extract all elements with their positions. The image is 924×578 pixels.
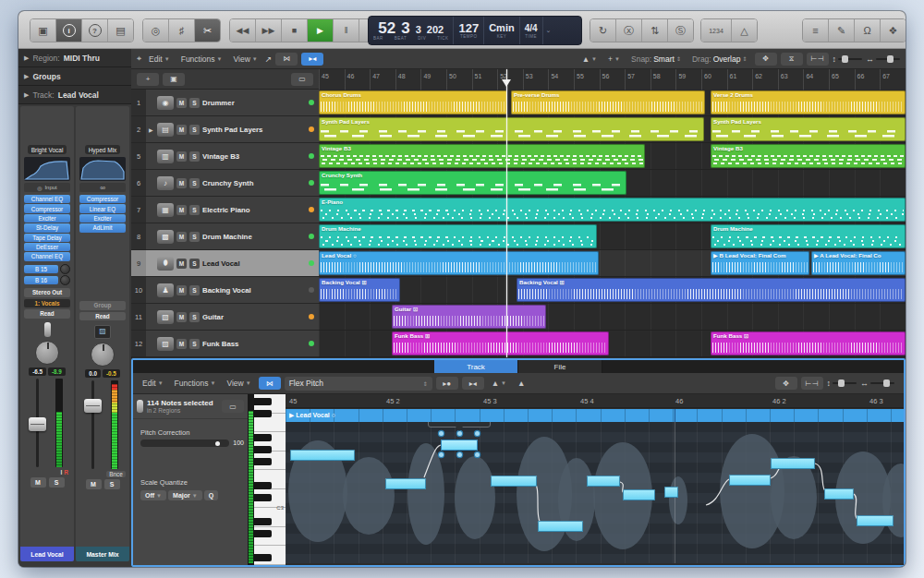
volume-value[interactable]: 0.0 [85, 369, 101, 378]
inspector-icon[interactable]: i [56, 19, 82, 42]
tab-track[interactable]: Track [434, 360, 518, 373]
volume-fader[interactable] [29, 417, 46, 431]
track-mute-button[interactable]: M [176, 125, 187, 135]
flex-note[interactable] [664, 487, 678, 498]
send-knob[interactable] [60, 275, 70, 285]
track-header-drummer[interactable]: 1◉MSDrummer [131, 90, 319, 116]
disclosure-triangle-icon[interactable]: ▶ [24, 73, 29, 80]
send-label[interactable]: B 16 [24, 276, 58, 284]
toolbox-icon[interactable]: ▤ [108, 19, 133, 42]
scale-type-dropdown[interactable]: Major▼ [168, 490, 202, 500]
input-slot[interactable]: ∞ [79, 183, 126, 192]
track-header-vintage-b3[interactable]: 5▥MSVintage B3 [131, 143, 319, 170]
stop-button[interactable]: ■ [282, 19, 308, 42]
track-solo-button[interactable]: S [189, 259, 200, 269]
track-header-guitar[interactable]: 11▧MSGuitar [131, 304, 319, 331]
region-lead-vocal-[interactable]: Lead Vocal ○ [319, 251, 599, 275]
tool-icon[interactable]: ⌖ [137, 54, 141, 64]
flex-note[interactable] [491, 476, 537, 487]
region--b-lead-vocal-final-com[interactable]: ▶ B Lead Vocal: Final Com [711, 251, 809, 275]
input-monitor-button[interactable]: I [60, 469, 62, 476]
track-mute-button[interactable]: M [176, 178, 187, 188]
track-mute-button[interactable]: M [176, 259, 187, 269]
flex-note[interactable] [538, 521, 583, 532]
black-key[interactable] [254, 434, 272, 441]
track-header-electric-piano[interactable]: 7▦MSElectric Piano [131, 197, 319, 223]
pointer-tool-menu[interactable]: ▲▼ [578, 54, 601, 64]
send-slot[interactable]: B 15 [24, 264, 70, 274]
lcd-display[interactable]: 52 3 3 202 BAR BEAT DIV TICK 127 TEMPO C… [368, 16, 582, 45]
flex-marker-button[interactable]: ▸◂ [462, 377, 484, 390]
volume-value[interactable]: -6.5 [29, 367, 46, 376]
command-tool-menu[interactable]: +▼ [604, 54, 624, 64]
pitch-correction-slider[interactable]: 100 [140, 440, 229, 447]
eq-thumbnail[interactable] [79, 157, 126, 181]
track-solo-button[interactable]: S [189, 312, 200, 322]
track-mute-button[interactable]: M [176, 98, 187, 108]
region-synth-pad-layers[interactable]: Synth Pad Layers [319, 117, 704, 141]
quantize-button[interactable]: Q [204, 490, 218, 500]
region-pre-verse-drums[interactable]: Pre-verse Drums [511, 90, 705, 114]
black-key[interactable] [254, 446, 272, 453]
eq-thumbnail[interactable] [24, 157, 70, 181]
track-solo-button[interactable]: S [189, 285, 200, 295]
track-solo-button[interactable]: S [189, 205, 200, 215]
note-pads-icon[interactable]: ✎ [829, 19, 855, 42]
arrange-view-menu[interactable]: View▼ [230, 54, 261, 64]
region-vintage-b3[interactable]: Vintage B3 [319, 144, 645, 168]
track-header-synth-pad-layers[interactable]: 2▶▤MSSynth Pad Layers [131, 116, 319, 143]
region-synth-pad-layers[interactable]: Synth Pad Layers [711, 117, 906, 141]
flex-note-selected[interactable] [441, 440, 478, 451]
autopunch-icon[interactable]: ⇅ [642, 19, 668, 42]
region-inspector-header[interactable]: ▶ Region: MIDI Thru [18, 49, 131, 67]
plugin-slot[interactable]: St-Delay [24, 223, 70, 232]
editor-view-menu[interactable]: View▼ [223, 379, 254, 388]
forward-button[interactable]: ▶▶ [256, 19, 282, 42]
plugin-slot[interactable]: Exciter [79, 214, 126, 223]
plugin-slot[interactable]: Linear EQ [79, 204, 126, 212]
plugin-slot[interactable]: Tape Delay [24, 234, 70, 242]
flex-mode-dropdown[interactable]: Flex Pitch⇕ [285, 377, 432, 391]
output-slot[interactable]: Stereo Out [24, 288, 70, 297]
black-key[interactable] [254, 410, 272, 417]
track-header-funk-bass[interactable]: 12▨MSFunk Bass [131, 331, 319, 357]
region-backing-vocal-[interactable]: Backing Vocal ⊞ [319, 278, 400, 302]
snap-menu[interactable]: Snap: Smart⇕ [627, 54, 685, 64]
track-solo-button[interactable]: S [189, 125, 200, 135]
region-funk-bass-[interactable]: Funk Bass ⊞ [392, 331, 609, 355]
editor-edit-menu[interactable]: Edit▼ [139, 379, 167, 388]
note-edit-handle[interactable] [475, 431, 480, 436]
pan-knob[interactable] [35, 341, 59, 365]
lcd-chevron-icon[interactable]: ⌄ [546, 27, 552, 34]
track-header-options-button[interactable]: ▭ [291, 73, 313, 86]
replace-icon[interactable]: ⓧ [616, 19, 642, 42]
white-key[interactable] [254, 565, 286, 566]
note-edit-handle[interactable] [457, 452, 462, 457]
disclosure-triangle-icon[interactable]: ▶ [24, 91, 29, 99]
quick-help-icon[interactable]: ? [82, 19, 108, 42]
flex-note[interactable] [385, 478, 426, 489]
pan-knob[interactable] [91, 343, 115, 367]
black-key[interactable] [254, 482, 272, 489]
track-header-lead-vocal[interactable]: 9⬮MSLead Vocal [131, 250, 319, 277]
slider-knob[interactable] [215, 441, 220, 446]
region-guitar-[interactable]: Guitar ⊡ [392, 305, 546, 329]
flex-note[interactable] [771, 458, 815, 469]
track-mute-button[interactable]: M [176, 232, 187, 242]
metronome-icon[interactable]: △ [732, 19, 757, 42]
send-label[interactable]: B 15 [24, 265, 58, 273]
strip-footer-label[interactable]: Master Mix [76, 547, 129, 561]
mute-button[interactable]: M [30, 477, 46, 488]
editor-region-header[interactable]: ▶ Lead Vocal ○ [286, 409, 904, 422]
region-drum-machine[interactable]: Drum Machine [711, 224, 906, 248]
region-chorus-drums[interactable]: Chorus Drums [319, 90, 507, 114]
note-edit-handle[interactable] [457, 431, 462, 436]
pause-button[interactable]: ‖ [334, 19, 359, 42]
volume-fader[interactable] [84, 399, 102, 413]
black-key[interactable] [254, 554, 272, 561]
black-key[interactable] [254, 530, 272, 537]
horizontal-zoom-slider[interactable]: ↔ [866, 54, 900, 64]
mute-button[interactable]: M [86, 479, 102, 489]
peak-value[interactable]: -0.5 [103, 369, 120, 378]
track-header-backing-vocal[interactable]: 10♟MSBacking Vocal [131, 277, 319, 304]
